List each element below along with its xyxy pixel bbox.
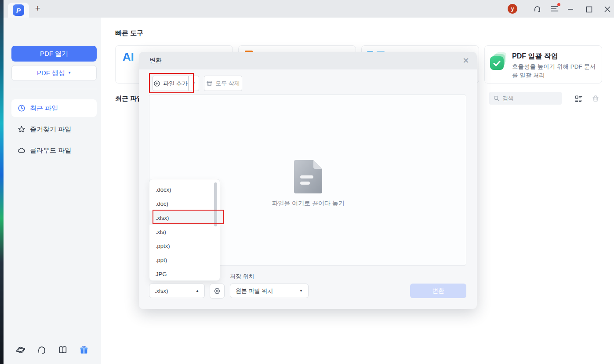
quick-tools-title: 빠른 도구 [115,29,143,37]
sidebar-item-label: 최근 파일 [30,104,58,113]
trash-icon-button[interactable] [591,94,600,103]
add-file-label: 파일 추가 [163,80,188,87]
new-tab-button[interactable]: + [32,2,44,15]
view-toggle-icon[interactable] [574,94,583,103]
plus-circle-icon [153,80,160,87]
format-settings-button[interactable] [210,284,225,298]
gift-icon[interactable] [79,345,89,357]
sidebar: PDF 열기 PDF 생성 ▼ 최근 파일 즐겨찾기 파일 클라우드 파일 [4,18,101,364]
modal-title: 변환 [149,57,162,65]
ai-logo: AI [123,50,134,64]
add-file-button[interactable]: 파일 추가 [153,76,189,91]
save-location-select[interactable]: 원본 파일 위치 ▼ [230,284,309,298]
star-icon [18,125,25,133]
format-option[interactable]: .xls) [149,225,220,239]
sidebar-item-favorite-files[interactable]: 즐겨찾기 파일 [11,120,97,138]
guide-book-icon[interactable] [58,345,68,357]
delete-all-button[interactable]: 모두 삭제 [204,76,242,91]
search-box [489,92,562,105]
format-option[interactable]: .doc) [149,197,220,211]
menu-icon[interactable] [550,4,560,14]
sidebar-item-cloud-files[interactable]: 클라우드 파일 [11,142,97,159]
format-select-value: .xlsx) [155,288,168,294]
sidebar-item-recent-files[interactable]: 최근 파일 [11,99,97,117]
clock-icon [18,104,25,112]
headset-support-icon[interactable] [532,4,542,14]
sidebar-item-label: 즐겨찾기 파일 [30,125,71,134]
create-pdf-button[interactable]: PDF 생성 ▼ [11,65,97,81]
create-pdf-label: PDF 생성 [37,69,65,77]
headset-icon[interactable] [37,345,47,357]
delete-all-label: 모두 삭제 [215,80,240,87]
save-location-label: 저장 위치 [230,273,254,280]
batch-check-icon [490,52,509,71]
convert-modal: 변환 ✕ 파일 추가 ▼ 모두 삭제 [139,52,477,309]
language-globe-icon[interactable] [16,345,25,357]
maximize-button[interactable] [584,4,594,14]
titlebar: P + [4,0,614,18]
user-avatar[interactable]: y [508,4,517,14]
document-icon [294,160,322,193]
search-icon [493,95,500,102]
format-option-xlsx[interactable]: .xlsx) [149,211,220,225]
trash-icon [206,80,213,87]
batch-card-title: PDF 일괄 작업 [512,52,558,61]
add-file-dropdown-button[interactable]: ▼ [189,76,199,91]
app-logo-icon: P [13,4,24,16]
notification-dot [557,3,560,6]
chevron-down-icon: ▼ [192,81,196,85]
modal-header: 변환 ✕ [139,52,477,69]
format-select[interactable]: .xlsx) ▲ [149,284,205,298]
sidebar-divider [11,89,97,89]
chevron-up-icon: ▲ [196,289,199,293]
close-button[interactable] [603,4,612,14]
format-dropdown-panel: .docx) .doc) .xlsx) .xls) .pptx) .ppt) J… [149,179,220,281]
sidebar-item-label: 클라우드 파일 [30,146,71,155]
save-location-value: 원본 파일 위치 [236,287,273,295]
cloud-icon [18,146,25,154]
open-pdf-button[interactable]: PDF 열기 [11,46,97,62]
batch-card[interactable]: PDF 일괄 작업 효율성을 높이기 위해 PDF 문서를 일괄 처리 [484,45,602,84]
minimize-button[interactable] [566,4,575,14]
scrollbar-thumb[interactable] [214,182,217,226]
app-tab[interactable]: P [8,3,29,18]
convert-button[interactable]: 변환 [410,284,466,298]
format-option[interactable]: .pptx) [149,239,220,253]
format-option[interactable]: .docx) [149,182,220,197]
modal-close-icon[interactable]: ✕ [461,56,471,66]
app-window: P + y PDF 열기 PDF 생성 ▼ 최근 파일 [0,0,614,364]
gear-icon [213,287,221,295]
format-option[interactable]: .ppt) [149,253,220,267]
desktop-edge-strip [0,0,4,364]
batch-card-description: 효율성을 높이기 위해 PDF 문서를 일괄 처리 [512,62,598,80]
format-option[interactable]: JPG [149,267,220,281]
sidebar-footer [4,343,101,359]
chevron-down-icon: ▼ [299,289,303,293]
chevron-down-icon: ▼ [68,71,71,75]
search-input[interactable] [502,95,555,102]
